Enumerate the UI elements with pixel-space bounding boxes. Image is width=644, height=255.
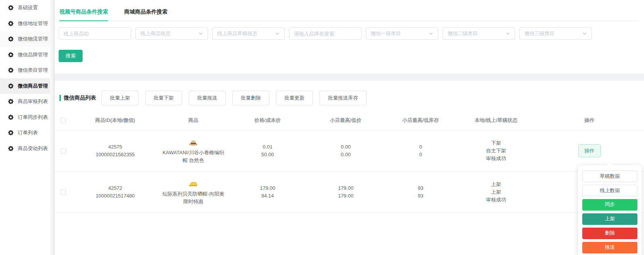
wechat-category1-select[interactable]: 微信一级类目 [366, 27, 438, 40]
title-accent-bar [59, 95, 61, 101]
brand-search-input[interactable] [289, 27, 362, 40]
product-name[interactable]: 纭际系列贝壳防晒帽-向阳黄 限时特惠 [161, 190, 226, 206]
status-cell: 下架 自主下架 审核成功 [457, 139, 535, 162]
sidebar-item-product-audit[interactable]: 商品审核列表 [0, 94, 50, 110]
sidebar-scrollbar[interactable] [50, 0, 55, 255]
action-dropdown-menu: 草稿数据 线上数据 同步 上架 删除 推送 [578, 165, 642, 255]
col-action: 操作 [535, 117, 644, 124]
menu-item-delete[interactable]: 删除 [582, 228, 637, 239]
app-window: 基础设置 微信地址管理 微信物流管理 微信品牌管理 微信类目管理 微信商品管理 … [0, 0, 644, 255]
gear-icon [8, 83, 14, 89]
select-placeholder: 微信一级类目 [371, 30, 401, 37]
batch-push-stock-button[interactable]: 批量推送库存 [319, 91, 367, 105]
shop-stock-cell: 0 0 [384, 143, 457, 159]
batch-update-button[interactable]: 批量更新 [276, 91, 313, 105]
sidebar-item-label: 微信商品管理 [18, 83, 48, 90]
batch-push-button[interactable]: 批量推送 [189, 91, 226, 105]
sidebar: 基础设置 微信地址管理 微信物流管理 微信品牌管理 微信类目管理 微信商品管理 … [0, 0, 50, 255]
list-header: 微信商品列表 批量上架 批量下架 批量推送 批量删除 批量更新 批量推送库存 [55, 81, 644, 111]
table-row: 42572 10000021517480 纭际系列贝壳防晒帽-向阳黄 限时特惠 … [55, 172, 644, 213]
product-image[interactable] [188, 137, 199, 147]
wechat-category3-select[interactable]: 微信三级类目 [519, 27, 592, 40]
shop-stock-cell: 93 93 [384, 184, 457, 200]
col-product-id: 商品ID(本地/微信) [71, 117, 159, 124]
online-draft-status-select[interactable]: 线上商品草稿状态 [212, 27, 285, 40]
gear-icon [8, 130, 14, 135]
product-image[interactable] [188, 179, 199, 189]
batch-delete-button[interactable]: 批量删除 [232, 91, 269, 105]
sidebar-item-product-change[interactable]: 商品变动列表 [0, 141, 50, 157]
row-checkbox[interactable] [61, 148, 66, 154]
col-shop-stock: 小店最高/低库存 [384, 117, 457, 124]
chevron-down-icon [198, 31, 203, 36]
sidebar-item-label: 商品变动列表 [18, 145, 48, 152]
gear-icon [8, 52, 14, 57]
menu-item-push[interactable]: 推送 [582, 242, 637, 253]
chevron-down-icon [275, 31, 280, 36]
shop-price-cell: 0.00 0.00 [308, 143, 384, 159]
filter-row: 线上商品状态 线上商品草稿状态 微信一级类目 微信二级类目 微信三级类 [59, 27, 639, 40]
tab-mall-product-search[interactable]: 商城商品条件搜索 [124, 6, 167, 21]
col-shop-price: 小店最高/低价 [308, 117, 384, 124]
product-cell: 纭际系列贝壳防晒帽-向阳黄 限时特惠 [159, 179, 228, 206]
col-price-cost: 价格/成本价 [228, 117, 308, 124]
chevron-down-icon [429, 31, 433, 36]
menu-item-online-data[interactable]: 线上数据 [582, 185, 637, 196]
select-placeholder: 线上商品状态 [140, 30, 171, 37]
gear-icon [8, 146, 14, 151]
online-product-id-input[interactable] [59, 27, 131, 40]
batch-off-shelf-button[interactable]: 批量下架 [145, 91, 182, 105]
select-placeholder: 微信三级类目 [524, 30, 554, 37]
col-product: 商品 [159, 117, 228, 124]
table-row: 42575 10000021582355 KAWATANI/川谷小卷檐编织帽 自… [55, 130, 644, 172]
sidebar-item-order-sync[interactable]: 订单同步列表 [0, 110, 50, 125]
shop-price-cell: 179.00 179.00 [308, 184, 384, 200]
sidebar-item-label: 订单同步列表 [18, 114, 48, 121]
chevron-down-icon [582, 31, 587, 36]
product-id-cell: 42572 10000021517480 [71, 184, 159, 200]
sidebar-item-label: 微信品牌管理 [18, 51, 48, 58]
sidebar-item-wechat-product[interactable]: 微信商品管理 [0, 78, 50, 94]
menu-item-on-shelf[interactable]: 上架 [582, 213, 637, 225]
list-title: 微信商品列表 [64, 95, 96, 101]
gear-icon [8, 5, 14, 10]
sidebar-item-wechat-brand[interactable]: 微信品牌管理 [0, 47, 50, 63]
tab-video-product-search[interactable]: 视频号商品条件搜索 [59, 6, 108, 21]
chevron-down-icon [505, 31, 510, 36]
sidebar-item-wechat-category[interactable]: 微信类目管理 [0, 62, 50, 78]
sidebar-item-order-list[interactable]: 订单列表 [0, 125, 50, 141]
table-header-row: 商品ID(本地/微信) 商品 价格/成本价 小店最高/低价 小店最高/低库存 本… [55, 111, 644, 130]
row-action-button[interactable]: 操作 [578, 144, 601, 157]
main-content: 视频号商品条件搜索 商城商品条件搜索 线上商品状态 线上商品草稿状态 微信一级类… [55, 0, 644, 255]
sidebar-item-label: 商品审核列表 [18, 98, 48, 105]
col-status: 本地/线上/草稿状态 [457, 117, 535, 124]
product-name[interactable]: KAWATANI/川谷小卷檐编织帽 自然色 [161, 149, 226, 164]
batch-on-shelf-button[interactable]: 批量上架 [101, 91, 139, 105]
price-cost-cell: 0.01 50.00 [228, 143, 308, 159]
online-product-status-select[interactable]: 线上商品状态 [135, 27, 208, 40]
sidebar-item-wechat-address[interactable]: 微信地址管理 [0, 16, 50, 32]
select-placeholder: 线上商品草稿状态 [217, 30, 257, 37]
select-placeholder: 微信二级类目 [448, 30, 478, 37]
sidebar-item-label: 微信地址管理 [18, 20, 48, 27]
product-cell: KAWATANI/川谷小卷檐编织帽 自然色 [159, 137, 228, 164]
search-button[interactable]: 搜索 [59, 50, 83, 62]
product-id-cell: 42575 10000021582355 [71, 143, 159, 159]
gear-icon [8, 36, 14, 42]
product-list-panel: 微信商品列表 批量上架 批量下架 批量推送 批量删除 批量更新 批量推送库存 商… [55, 81, 644, 255]
sidebar-item-basic-settings[interactable]: 基础设置 [0, 0, 50, 16]
sidebar-item-wechat-logistics[interactable]: 微信物流管理 [0, 31, 50, 47]
select-all-checkbox[interactable] [61, 118, 66, 123]
row-checkbox[interactable] [61, 189, 66, 195]
status-cell: 上架 上架 审核成功 [457, 181, 535, 204]
sidebar-item-label: 微信类目管理 [18, 67, 48, 74]
gear-icon [8, 68, 14, 73]
sidebar-item-label: 基础设置 [18, 4, 38, 11]
menu-item-draft-data[interactable]: 草稿数据 [582, 171, 637, 182]
menu-item-sync[interactable]: 同步 [582, 199, 637, 211]
search-panel: 视频号商品条件搜索 商城商品条件搜索 线上商品状态 线上商品草稿状态 微信一级类… [55, 0, 644, 74]
gear-icon [8, 115, 14, 120]
search-tabs: 视频号商品条件搜索 商城商品条件搜索 [59, 6, 639, 21]
gear-icon [8, 99, 14, 104]
wechat-category2-select[interactable]: 微信二级类目 [443, 27, 515, 40]
